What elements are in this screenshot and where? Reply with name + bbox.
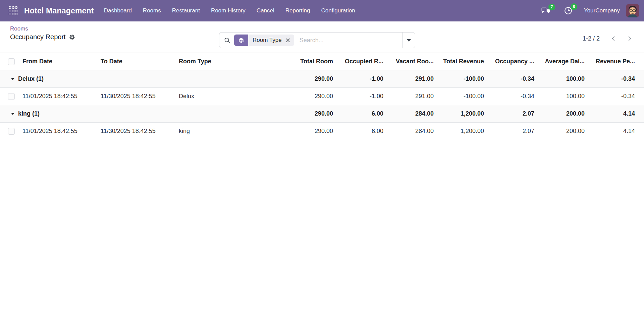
search-input[interactable]: [294, 33, 402, 48]
column-header-revenue-pe[interactable]: Revenue Pe...: [587, 53, 638, 70]
user-avatar[interactable]: [626, 4, 639, 17]
menu-item-rooms[interactable]: Rooms: [143, 7, 161, 14]
to-date-cell: 11/30/2025 18:42:55: [97, 88, 175, 105]
numeric-cell: 284.00: [386, 105, 436, 123]
facet-label: Room Type: [248, 37, 286, 44]
numeric-cell: -1.00: [336, 70, 386, 88]
column-header-room-type[interactable]: Room Type: [175, 53, 285, 70]
messages-button[interactable]: 7: [541, 7, 550, 15]
numeric-cell: -0.34: [487, 70, 537, 88]
top-navbar: Hotel Management DashboardRoomsRestauran…: [0, 0, 644, 21]
numeric-cell: -0.34: [487, 88, 537, 105]
apps-menu-button[interactable]: [5, 3, 21, 18]
row-checkbox[interactable]: [8, 128, 15, 135]
chevron-left-icon: [610, 36, 616, 42]
avatar-image: [626, 4, 639, 17]
search-icon: [224, 37, 231, 44]
messages-badge: 7: [548, 4, 555, 10]
row-checkbox-cell: [0, 88, 18, 105]
room-type-cell: king: [175, 123, 285, 140]
numeric-cell: 290.00: [285, 105, 336, 123]
group-caret-down-icon: [11, 113, 14, 115]
menu-item-room-history[interactable]: Room History: [211, 7, 246, 14]
pager: 1-2 / 2: [583, 34, 634, 43]
company-name[interactable]: YourCompany: [584, 7, 620, 14]
numeric-cell: 1,200.00: [436, 123, 487, 140]
breadcrumb-link-rooms[interactable]: Rooms: [10, 25, 75, 32]
pager-next-button[interactable]: [625, 34, 634, 43]
numeric-cell: -0.34: [587, 70, 638, 88]
numeric-cell: 6.00: [336, 123, 386, 140]
activities-button[interactable]: 8: [564, 6, 573, 15]
column-header-total-room[interactable]: Total Room: [285, 53, 336, 70]
numeric-cell: -1.00: [336, 88, 386, 105]
table-row[interactable]: 11/01/2025 18:42:5511/30/2025 18:42:55De…: [0, 88, 644, 105]
select-all-checkbox[interactable]: [8, 58, 15, 65]
search-bar: Room Type: [219, 32, 415, 48]
column-header-to-date[interactable]: To Date: [97, 53, 175, 70]
from-date-cell: 11/01/2025 18:42:55: [18, 123, 97, 140]
gear-icon: [69, 34, 75, 40]
room-type-cell: Delux: [175, 88, 285, 105]
to-date-cell: 11/30/2025 18:42:55: [97, 123, 175, 140]
navbar-right: 7 8 YourCompany: [541, 4, 639, 17]
group-label: Delux (1): [18, 75, 44, 82]
numeric-cell: 200.00: [537, 105, 587, 123]
numeric-cell: 2.07: [487, 105, 537, 123]
pager-range[interactable]: 1-2 / 2: [583, 35, 600, 42]
numeric-cell: 200.00: [537, 123, 587, 140]
action-menu-button[interactable]: [69, 34, 75, 40]
numeric-cell: 4.14: [587, 105, 638, 123]
numeric-cell: -100.00: [436, 70, 487, 88]
search-facet-room-type: Room Type: [234, 35, 294, 46]
close-icon: [286, 38, 290, 43]
activities-badge: 8: [571, 3, 577, 10]
numeric-cell: -100.00: [436, 88, 487, 105]
menu-item-restaurant[interactable]: Restaurant: [172, 7, 200, 14]
numeric-cell: 1,200.00: [436, 105, 487, 123]
menu-item-dashboard[interactable]: Dashboard: [104, 7, 132, 14]
group-row[interactable]: Delux (1)290.00-1.00291.00-100.00-0.3410…: [0, 70, 644, 88]
numeric-cell: 100.00: [537, 70, 587, 88]
menu-item-cancel[interactable]: Cancel: [257, 7, 274, 14]
group-label: king (1): [18, 110, 40, 117]
menu-item-configuration[interactable]: Configuration: [321, 7, 355, 14]
numeric-cell: 290.00: [285, 123, 336, 140]
column-header-average-dai[interactable]: Average Dai...: [537, 53, 587, 70]
facet-remove-button[interactable]: [286, 38, 294, 43]
numeric-cell: 6.00: [336, 105, 386, 123]
chevron-down-icon: [407, 39, 411, 42]
control-panel: Rooms Occupancy Report: [0, 21, 644, 53]
column-header-occupied-r[interactable]: Occupied R...: [336, 53, 386, 70]
table-header-row: From DateTo DateRoom TypeTotal RoomOccup…: [0, 53, 644, 70]
row-checkbox[interactable]: [8, 93, 15, 100]
apps-grid-icon: [9, 6, 17, 15]
app-menu: DashboardRoomsRestaurantRoom HistoryCanc…: [104, 7, 355, 14]
pager-previous-button[interactable]: [609, 34, 618, 43]
numeric-cell: 4.14: [587, 123, 638, 140]
numeric-cell: 290.00: [285, 88, 336, 105]
numeric-cell: 291.00: [386, 88, 436, 105]
numeric-cell: 290.00: [285, 70, 336, 88]
group-label-cell: king (1): [0, 105, 285, 123]
numeric-cell: 100.00: [537, 88, 587, 105]
table-body: Delux (1)290.00-1.00291.00-100.00-0.3410…: [0, 70, 644, 140]
table-row[interactable]: 11/01/2025 18:42:5511/30/2025 18:42:55ki…: [0, 123, 644, 140]
numeric-cell: -0.34: [587, 88, 638, 105]
search-dropdown-toggle[interactable]: [402, 33, 415, 48]
select-all-cell: [0, 53, 18, 70]
from-date-cell: 11/01/2025 18:42:55: [18, 88, 97, 105]
group-by-layers-icon: [234, 35, 248, 46]
row-checkbox-cell: [0, 123, 18, 140]
breadcrumb: Rooms Occupancy Report: [10, 25, 75, 41]
page-title: Occupancy Report: [10, 33, 66, 41]
app-title: Hotel Management: [24, 6, 94, 15]
group-row[interactable]: king (1)290.006.00284.001,200.002.07200.…: [0, 105, 644, 123]
menu-item-reporting[interactable]: Reporting: [285, 7, 310, 14]
numeric-cell: 2.07: [487, 123, 537, 140]
occupancy-report-table: From DateTo DateRoom TypeTotal RoomOccup…: [0, 53, 644, 140]
column-header-total-revenue[interactable]: Total Revenue: [436, 53, 487, 70]
column-header-vacant-roo[interactable]: Vacant Roo...: [386, 53, 436, 70]
column-header-occupancy[interactable]: Occupancy ...: [487, 53, 537, 70]
column-header-from-date[interactable]: From Date: [18, 53, 97, 70]
